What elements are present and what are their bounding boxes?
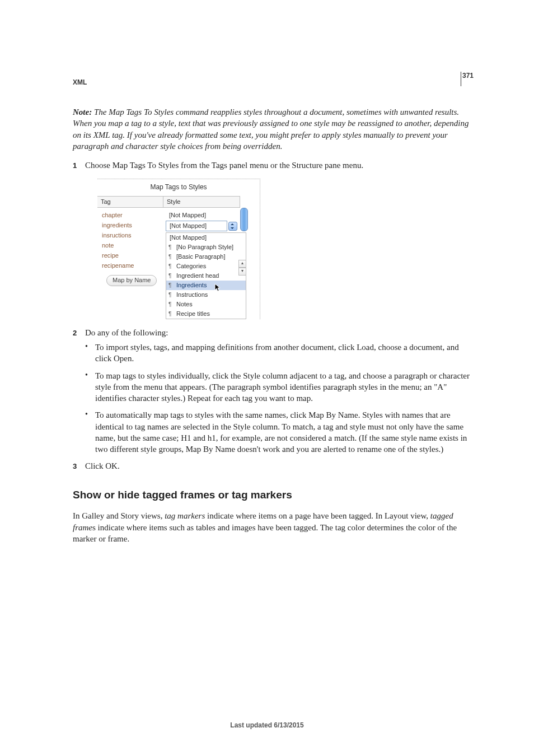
- paragraph-icon: ¶: [168, 272, 171, 280]
- dropdown-option[interactable]: [Not Mapped]: [166, 233, 246, 242]
- dropdown-option[interactable]: ¶Recipe titles: [166, 309, 246, 319]
- dropdown-option[interactable]: ¶Instructions: [166, 290, 246, 300]
- step-2-bullet: To import styles, tags, and mapping defi…: [85, 342, 472, 365]
- step-2-bullet: To automatically map tags to styles with…: [85, 409, 472, 455]
- dropdown-option[interactable]: ¶Categories: [166, 262, 246, 271]
- section-header: XML: [73, 78, 87, 86]
- tag-item[interactable]: insructions: [102, 230, 163, 240]
- map-by-name-button[interactable]: Map by Name: [106, 275, 157, 286]
- paragraph-icon: ¶: [168, 281, 171, 290]
- page-number: 371: [462, 72, 474, 80]
- paragraph-icon: ¶: [168, 300, 171, 309]
- paragraph-icon: ¶: [168, 310, 171, 318]
- scroll-down-button[interactable]: ▾: [238, 268, 246, 276]
- style-dropdown-panel: [Not Mapped] ¶[No Paragraph Style] ¶[Bas…: [166, 232, 246, 319]
- tag-item[interactable]: recipename: [102, 260, 163, 270]
- page-number-rule: [461, 72, 461, 86]
- col-header-tag[interactable]: Tag: [97, 196, 163, 208]
- style-cell-field[interactable]: [Not Mapped]: [166, 221, 227, 231]
- subhead-paragraph: In Galley and Story views, tag markers i…: [73, 510, 472, 544]
- step-3: Click OK.: [73, 460, 472, 472]
- scrollbar-thumb[interactable]: [240, 208, 248, 231]
- paragraph-icon: ¶: [168, 243, 171, 251]
- subheading: Show or hide tagged frames or tag marker…: [73, 488, 472, 502]
- step-3-text: Click OK.: [85, 461, 120, 470]
- tag-item[interactable]: recipe: [102, 250, 163, 260]
- step-2: Do any of the following: To import style…: [73, 327, 472, 455]
- italic-term: tag markers: [165, 511, 205, 520]
- dropdown-option[interactable]: ¶Ingredient head: [166, 271, 246, 281]
- tag-item[interactable]: ingredients: [102, 220, 163, 230]
- note-paragraph: Note: The Map Tags To Styles command rea…: [73, 106, 472, 152]
- step-1-text: Choose Map Tags To Styles from the Tags …: [85, 161, 363, 170]
- map-tags-dialog: Map Tags to Styles Tag Style chapter ing…: [97, 179, 260, 319]
- dialog-title: Map Tags to Styles: [97, 179, 260, 196]
- dropdown-option[interactable]: ¶[Basic Paragraph]: [166, 252, 246, 262]
- note-text: The Map Tags To Styles command reapplies…: [73, 108, 469, 151]
- dialog-figure: Map Tags to Styles Tag Style chapter ing…: [97, 179, 472, 319]
- cursor-icon: [214, 283, 222, 292]
- tag-item[interactable]: note: [102, 240, 163, 250]
- paragraph-icon: ¶: [168, 262, 171, 270]
- page-footer: Last updated 6/13/2015: [0, 721, 534, 729]
- dropdown-option[interactable]: ¶Notes: [166, 300, 246, 309]
- tag-item[interactable]: chapter: [102, 210, 163, 220]
- note-label: Note:: [73, 108, 92, 116]
- step-2-intro: Do any of the following:: [85, 328, 168, 337]
- scroll-up-button[interactable]: ▴: [238, 260, 246, 268]
- col-header-style[interactable]: Style: [163, 196, 240, 208]
- paragraph-icon: ¶: [168, 253, 171, 261]
- dropdown-option[interactable]: ¶[No Paragraph Style]: [166, 242, 246, 252]
- step-2-bullet: To map tags to styles individually, clic…: [85, 370, 472, 404]
- style-stepper[interactable]: [228, 222, 237, 231]
- step-1: Choose Map Tags To Styles from the Tags …: [73, 160, 472, 319]
- dropdown-option-selected[interactable]: ¶Ingredients: [166, 281, 246, 290]
- paragraph-icon: ¶: [168, 291, 171, 299]
- style-cell-not-mapped[interactable]: [Not Mapped]: [166, 210, 247, 221]
